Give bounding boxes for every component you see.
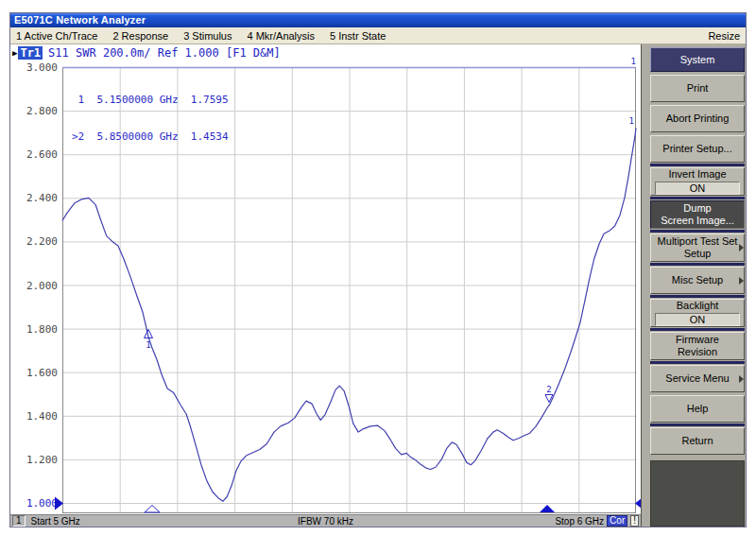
chart-pane: ▶ Tr1 S11 SWR 200.0m/ Ref 1.000 [F1 D&M]…	[10, 44, 641, 514]
softkey-help[interactable]: Help	[650, 395, 745, 423]
y-axis-label: 1.200	[26, 454, 58, 466]
ref-level-left-triangle-icon	[55, 497, 63, 510]
channel-indicator: 1	[12, 515, 26, 527]
menu-stimulus[interactable]: 3 Stimulus	[183, 30, 232, 42]
softkey-multiport-test-set-setup[interactable]: Multiport Test SetSetup	[650, 233, 745, 262]
softkey-label: Setup	[651, 248, 744, 260]
softkey-label: Firmware	[651, 334, 744, 346]
main-area: ▶ Tr1 S11 SWR 200.0m/ Ref 1.000 [F1 D&M]…	[10, 44, 746, 527]
y-axis-label: 1.800	[26, 323, 58, 336]
submenu-arrow-icon	[739, 277, 744, 285]
softkey-sidebar: SystemPrintAbort PrintingPrinter Setup..…	[641, 44, 746, 527]
start-frequency-label: Start 5 GHz	[31, 516, 80, 527]
softkey-backlight-state: ON	[655, 313, 740, 326]
softkey-dump-screen-image[interactable]: DumpScreen Image...	[650, 200, 745, 229]
marker-readout: 1 5.1500000 GHz 1.7595 >2 5.8500000 GHz …	[72, 69, 229, 167]
y-axis-label: 2.400	[26, 192, 58, 204]
softkey-label: Invert Image	[651, 168, 744, 181]
softkey-invert-image-state: ON	[655, 182, 740, 195]
marker1-axis-triangle-icon	[145, 506, 160, 513]
marker2-number: 2	[546, 385, 551, 394]
softkey-label: Screen Image...	[651, 215, 744, 227]
marker2-axis-triangle-icon	[540, 505, 555, 512]
softkey-label: Multiport Test Set	[651, 235, 744, 248]
y-axis-label: 3.000	[26, 61, 58, 74]
softkey-backlight[interactable]: BacklightON	[650, 299, 745, 327]
menu-bar: 1 Active Ch/Trace 2 Response 3 Stimulus …	[10, 27, 746, 44]
softkey-label: Abort Printing	[651, 112, 744, 125]
marker1-number: 1	[146, 340, 150, 350]
top-line-trace-number: 1	[631, 57, 636, 66]
softkey-label: Print	[651, 82, 744, 95]
menu-instr-state[interactable]: 5 Instr State	[330, 30, 386, 42]
status-bar: 1 Start 5 GHz IFBW 70 kHz Stop 6 GHz Cor…	[10, 514, 641, 527]
y-axis-label: 2.000	[26, 280, 58, 292]
softkey-label: Misc Setup	[651, 274, 744, 286]
softkey-label: Dump	[651, 202, 744, 215]
marker1-readout-row: 1 5.1500000 GHz 1.7595	[72, 94, 229, 106]
softkey-label: Printer Setup...	[651, 143, 744, 155]
submenu-arrow-icon	[739, 244, 744, 251]
y-axis-label: 2.800	[26, 105, 58, 117]
analyzer-window: E5071C Network Analyzer 1 Active Ch/Trac…	[9, 12, 747, 527]
stop-frequency-label: Stop 6 GHz	[555, 516, 604, 527]
trace-end-number: 1	[629, 116, 634, 126]
softkey-label: Return	[651, 435, 744, 447]
menu-active-ch-trace[interactable]: 1 Active Ch/Trace	[16, 30, 97, 42]
softkey-label: Help	[651, 403, 744, 415]
softkey-service-menu[interactable]: Service Menu	[650, 365, 745, 392]
softkey-abort-printing[interactable]: Abort Printing	[650, 105, 745, 132]
submenu-arrow-icon	[739, 375, 744, 383]
softkey-separator	[650, 164, 745, 166]
y-axis-label: 1.000	[26, 497, 58, 510]
softkey-firmware-revision[interactable]: FirmwareRevision	[650, 332, 745, 360]
y-axis-label: 2.600	[26, 148, 58, 161]
menu-resize[interactable]: Resize	[708, 30, 740, 42]
softkey-label: System	[651, 54, 744, 66]
softkey-printer-setup[interactable]: Printer Setup...	[650, 135, 745, 163]
softkey-separator	[650, 197, 745, 199]
softkey-separator	[650, 424, 745, 426]
softkey-separator	[650, 295, 745, 298]
window-title: E5071C Network Analyzer	[14, 14, 146, 26]
softkey-invert-image[interactable]: Invert ImageON	[650, 167, 745, 196]
menu-mkr-analysis[interactable]: 4 Mkr/Analysis	[247, 30, 315, 42]
softkey-menu: SystemPrintAbort PrintingPrinter Setup..…	[650, 47, 746, 455]
correction-badge: Cor	[607, 515, 627, 527]
softkey-misc-setup[interactable]: Misc Setup	[650, 267, 745, 294]
warning-badge: !	[630, 515, 639, 527]
softkey-print[interactable]: Print	[650, 75, 745, 102]
y-axis-label: 1.600	[26, 367, 58, 379]
title-bar: E5071C Network Analyzer	[10, 13, 746, 27]
marker2-readout-row: >2 5.8500000 GHz 1.4534	[72, 130, 229, 143]
softkey-label: Service Menu	[651, 372, 744, 385]
softkey-separator	[650, 361, 745, 364]
softkey-system[interactable]: System	[650, 47, 745, 72]
softkey-label: Revision	[651, 346, 744, 358]
ifbw-label: IFBW 70 kHz	[298, 516, 353, 527]
y-axis-labels: 3.0002.8002.6002.4002.2002.0001.8001.600…	[26, 61, 58, 510]
softkey-separator	[650, 230, 745, 233]
softkey-empty-panel	[650, 460, 745, 527]
softkey-return[interactable]: Return	[650, 427, 745, 455]
softkey-separator	[650, 328, 745, 331]
menu-response[interactable]: 2 Response	[112, 30, 168, 42]
softkey-label: Backlight	[651, 300, 744, 312]
y-axis-label: 2.200	[26, 235, 58, 248]
y-axis-label: 1.400	[26, 410, 58, 423]
softkey-separator	[650, 263, 745, 266]
